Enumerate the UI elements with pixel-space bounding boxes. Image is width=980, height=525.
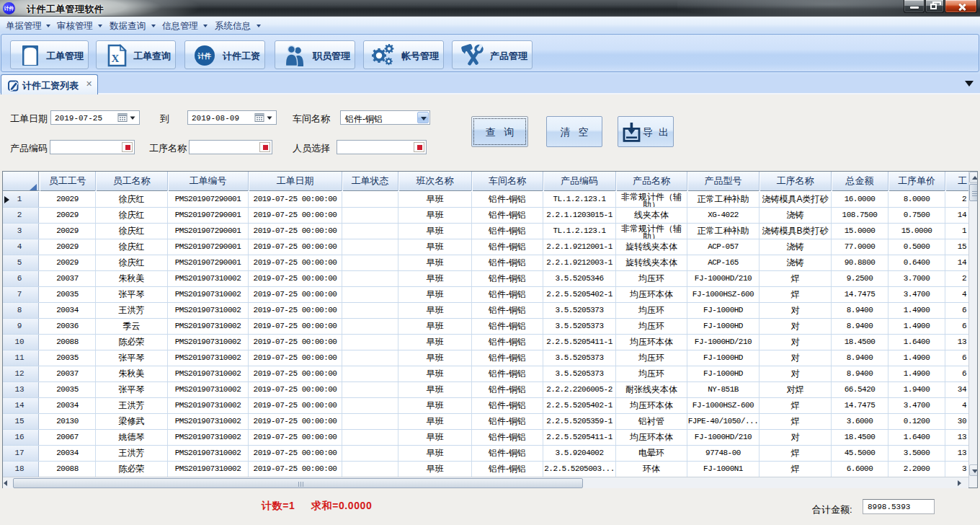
- svg-text:X: X: [112, 53, 120, 64]
- svg-text:计件: 计件: [197, 52, 213, 60]
